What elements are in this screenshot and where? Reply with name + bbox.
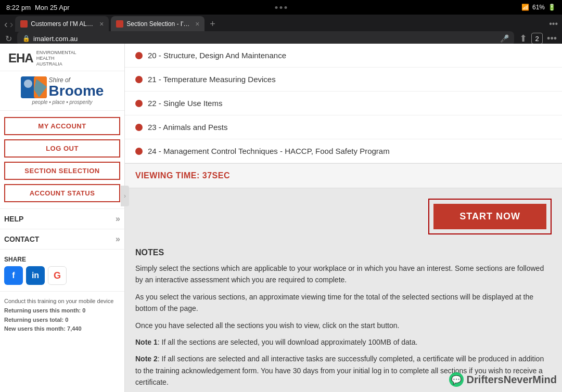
footer-line2: Returning users this month: 0 — [4, 306, 120, 316]
section-label-21: 21 - Temperature Measuring Devices — [148, 75, 276, 84]
broome-top: Shire of Broome — [21, 76, 104, 98]
contact-label: CONTACT — [4, 235, 39, 243]
viewing-time-value: 37SEC — [202, 171, 230, 180]
url: imalert.com.au — [33, 35, 497, 43]
section-selection-button[interactable]: SECTION SELECTION — [4, 162, 120, 180]
broome-coat-of-arms-icon — [21, 76, 47, 98]
section-label-22: 22 - Single Use Items — [148, 99, 222, 108]
contact-chevron: » — [116, 234, 120, 244]
eha-text: ENVIRONMENTAL HEALTH AUSTRALIA — [36, 50, 76, 67]
back-button[interactable]: ‹ — [4, 18, 8, 30]
tab-bar: ‹ › Customers of I'M ALERT × Section Sel… — [0, 15, 562, 33]
facebook-share-button[interactable]: f — [4, 266, 23, 285]
eha-logo: EHA ENVIRONMENTAL HEALTH AUSTRALIA — [8, 50, 116, 67]
linkedin-share-button[interactable]: in — [26, 266, 45, 285]
footer-line3: Returning users total: 0 — [4, 316, 120, 325]
notes-para1: Simply select the sections which are app… — [135, 263, 552, 286]
section-dot-23 — [135, 124, 143, 131]
broome-text-block: Shire of Broome — [49, 76, 104, 98]
section-item-22[interactable]: 22 - Single Use Items — [125, 92, 562, 115]
start-now-border: START NOW — [428, 199, 552, 234]
tab-customers[interactable]: Customers of I'M ALERT × — [15, 16, 109, 32]
broome-line2: Broome — [49, 84, 104, 98]
sidebar: EHA ENVIRONMENTAL HEALTH AUSTRALIA — [0, 44, 125, 392]
notes-note1: Note 1: If all the sections are selected… — [135, 336, 552, 348]
wifi-icon: 📶 — [521, 4, 529, 11]
forward-button[interactable]: › — [10, 18, 14, 30]
share-label: SHARE — [4, 256, 120, 263]
share-icon[interactable]: ⬆ — [519, 33, 527, 44]
svg-point-2 — [24, 80, 32, 88]
watermark: 💬 DriftersNeverMind — [449, 372, 557, 387]
section-label-23: 23 - Animals and Pests — [148, 123, 227, 132]
note2-label: Note 2 — [135, 355, 158, 363]
broome-badge: Shire of Broome people • place • prosper… — [21, 76, 104, 105]
section-item-24[interactable]: 24 - Management Control Techniques - HAC… — [125, 139, 562, 163]
browser-chrome: ‹ › Customers of I'M ALERT × Section Sel… — [0, 15, 562, 44]
eha-line1: ENVIRONMENTAL — [36, 50, 76, 56]
eha-line2: HEALTH — [36, 56, 76, 61]
lock-icon: 🔒 — [22, 35, 30, 42]
tab-section-label: Section Selection - I'M A — [126, 20, 192, 28]
new-tab-button[interactable]: + — [207, 19, 219, 30]
notes-section: NOTES Simply select the sections which a… — [125, 240, 562, 392]
section-dot-21 — [135, 76, 143, 83]
tab-count-badge[interactable]: 2 — [531, 33, 543, 44]
more-icon[interactable]: ••• — [547, 33, 557, 44]
center-dots — [275, 6, 287, 9]
day: Mon 25 Apr — [35, 4, 70, 11]
sidebar-footer: Conduct this training on your mobile dev… — [0, 291, 124, 338]
share-icons: f in G — [4, 266, 120, 285]
status-bar-right: 📶 61% 🔋 — [521, 4, 556, 11]
sidebar-item-help[interactable]: HELP » — [0, 208, 124, 229]
watermark-text: DriftersNeverMind — [467, 374, 557, 386]
wechat-icon: 💬 — [449, 372, 464, 387]
content-area: 20 - Structure, Design And Maintenance 2… — [125, 44, 562, 392]
section-label-24: 24 - Management Control Techniques - HAC… — [148, 147, 390, 155]
section-dot-20 — [135, 52, 143, 59]
log-out-button[interactable]: LOG OUT — [4, 139, 120, 158]
note1-label: Note 1 — [135, 338, 158, 346]
footer-line1: Conduct this training on your mobile dev… — [4, 297, 120, 306]
mic-icon[interactable]: 🎤 — [500, 34, 509, 43]
battery: 61% — [532, 4, 545, 11]
section-item-21[interactable]: 21 - Temperature Measuring Devices — [125, 68, 562, 92]
tab-customers-label: Customers of I'M ALERT — [31, 20, 96, 28]
address-bar-actions: ⬆ 2 ••• — [519, 33, 557, 44]
broome-tagline: people • place • prosperity — [32, 99, 93, 105]
eha-letters: EHA — [8, 51, 33, 66]
help-label: HELP — [4, 215, 23, 223]
reload-button[interactable]: ↻ — [5, 34, 12, 44]
viewing-time-label: VIEWING TIME: — [135, 171, 200, 180]
tab-customers-close[interactable]: × — [99, 20, 104, 28]
eha-line3: AUSTRALIA — [36, 61, 76, 67]
notes-para2: As you select the various sections, an a… — [135, 291, 552, 315]
battery-icon: 🔋 — [548, 4, 556, 11]
time: 8:22 pm — [6, 4, 31, 11]
sidebar-tab-handle[interactable]: › — [121, 186, 129, 206]
sidebar-item-contact[interactable]: CONTACT » — [0, 229, 124, 249]
tab-section-close[interactable]: × — [195, 20, 199, 28]
start-now-area: START NOW — [125, 188, 562, 240]
tab-section[interactable]: Section Selection - I'M A × — [111, 16, 205, 32]
google-share-button[interactable]: G — [48, 266, 67, 285]
section-list: 20 - Structure, Design And Maintenance 2… — [125, 44, 562, 163]
notes-title: NOTES — [135, 248, 552, 257]
broome-logo-area: Shire of Broome people • place • prosper… — [0, 71, 124, 111]
status-bar-left: 8:22 pm Mon 25 Apr — [6, 4, 69, 11]
sidebar-share: SHARE f in G — [0, 249, 124, 291]
notes-para3: Once you have selected all the sections … — [135, 320, 552, 331]
section-dot-22 — [135, 100, 143, 107]
start-now-button[interactable]: START NOW — [433, 204, 546, 229]
note1-text: : If all the sections are selected, you … — [158, 338, 418, 346]
section-item-23[interactable]: 23 - Animals and Pests — [125, 115, 562, 139]
section-label-20: 20 - Structure, Design And Maintenance — [148, 51, 286, 60]
viewing-time: VIEWING TIME: 37SEC — [125, 163, 562, 188]
my-account-button[interactable]: MY ACCOUNT — [4, 117, 120, 135]
section-dot-24 — [135, 148, 143, 155]
account-status-button[interactable]: ACCOUNT STATUS — [4, 184, 120, 202]
status-bar: 8:22 pm Mon 25 Apr 📶 61% 🔋 — [0, 0, 562, 15]
section-item-20[interactable]: 20 - Structure, Design And Maintenance — [125, 44, 562, 68]
main-layout: EHA ENVIRONMENTAL HEALTH AUSTRALIA — [0, 44, 562, 392]
browser-menu[interactable]: ••• — [549, 19, 558, 29]
